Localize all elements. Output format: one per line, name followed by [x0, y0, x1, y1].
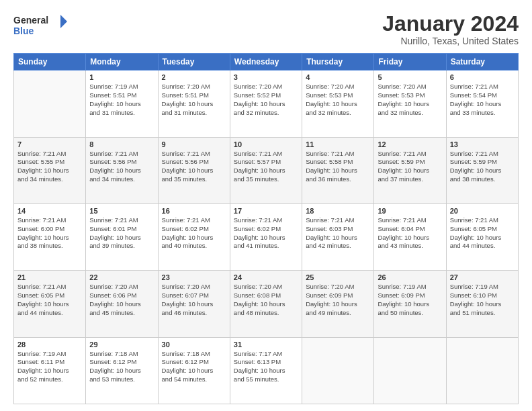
calendar-day-empty — [14, 71, 86, 137]
main-title: January 2024 — [382, 12, 519, 36]
calendar-day-13: 13Sunrise: 7:21 AMSunset: 5:59 PMDayligh… — [446, 137, 518, 203]
calendar-day-12: 12Sunrise: 7:21 AMSunset: 5:59 PMDayligh… — [374, 137, 446, 203]
weekday-header-tuesday: Tuesday — [158, 54, 230, 71]
day-number: 10 — [234, 140, 298, 148]
day-info: Sunrise: 7:21 AMSunset: 5:55 PMDaylight:… — [17, 150, 82, 184]
day-info: Sunrise: 7:20 AMSunset: 6:09 PMDaylight:… — [306, 283, 370, 317]
page: General Blue January 2024 Nurillo, Texas… — [0, 0, 532, 411]
day-info: Sunrise: 7:19 AMSunset: 6:10 PMDaylight:… — [450, 283, 515, 317]
day-number: 21 — [17, 273, 82, 281]
day-number: 17 — [234, 207, 298, 215]
day-number: 7 — [17, 140, 82, 148]
header: General Blue January 2024 Nurillo, Texas… — [13, 12, 519, 46]
day-info: Sunrise: 7:21 AMSunset: 5:57 PMDaylight:… — [234, 150, 298, 184]
calendar-day-26: 26Sunrise: 7:19 AMSunset: 6:09 PMDayligh… — [374, 271, 446, 337]
calendar-day-6: 6Sunrise: 7:21 AMSunset: 5:54 PMDaylight… — [446, 71, 518, 137]
day-number: 29 — [89, 340, 154, 349]
day-number: 24 — [234, 273, 298, 281]
day-info: Sunrise: 7:19 AMSunset: 5:51 PMDaylight:… — [89, 83, 154, 117]
day-number: 27 — [450, 273, 515, 281]
day-info: Sunrise: 7:21 AMSunset: 6:05 PMDaylight:… — [17, 283, 82, 317]
day-number: 20 — [450, 207, 515, 215]
day-number: 16 — [162, 207, 226, 215]
calendar-day-8: 8Sunrise: 7:21 AMSunset: 5:56 PMDaylight… — [86, 137, 158, 203]
weekday-header-wednesday: Wednesday — [230, 54, 302, 71]
calendar-day-5: 5Sunrise: 7:20 AMSunset: 5:53 PMDaylight… — [374, 71, 446, 137]
day-info: Sunrise: 7:21 AMSunset: 6:00 PMDaylight:… — [17, 216, 82, 250]
calendar-day-empty — [446, 337, 518, 404]
svg-text:General: General — [13, 15, 48, 26]
day-info: Sunrise: 7:21 AMSunset: 5:54 PMDaylight:… — [450, 83, 515, 117]
day-info: Sunrise: 7:18 AMSunset: 6:12 PMDaylight:… — [89, 350, 154, 384]
weekday-header-row: SundayMondayTuesdayWednesdayThursdayFrid… — [14, 54, 519, 71]
calendar-day-empty — [374, 337, 446, 404]
day-number: 13 — [450, 140, 515, 148]
day-number: 4 — [306, 73, 370, 81]
logo-svg: General Blue — [13, 12, 67, 39]
calendar-day-1: 1Sunrise: 7:19 AMSunset: 5:51 PMDaylight… — [86, 71, 158, 137]
day-number: 1 — [89, 73, 154, 81]
day-number: 25 — [306, 273, 370, 281]
weekday-header-thursday: Thursday — [302, 54, 374, 71]
calendar-day-27: 27Sunrise: 7:19 AMSunset: 6:10 PMDayligh… — [446, 271, 518, 337]
day-number: 6 — [450, 73, 515, 81]
day-number: 15 — [89, 207, 154, 215]
day-number: 14 — [17, 207, 82, 215]
calendar-day-30: 30Sunrise: 7:18 AMSunset: 6:12 PMDayligh… — [158, 337, 230, 404]
calendar-day-31: 31Sunrise: 7:17 AMSunset: 6:13 PMDayligh… — [230, 337, 302, 404]
day-info: Sunrise: 7:21 AMSunset: 6:05 PMDaylight:… — [450, 216, 515, 250]
day-info: Sunrise: 7:21 AMSunset: 5:59 PMDaylight:… — [450, 150, 515, 184]
day-info: Sunrise: 7:21 AMSunset: 6:04 PMDaylight:… — [378, 216, 442, 250]
weekday-header-saturday: Saturday — [446, 54, 518, 71]
day-info: Sunrise: 7:21 AMSunset: 5:56 PMDaylight:… — [89, 150, 154, 184]
day-info: Sunrise: 7:21 AMSunset: 6:03 PMDaylight:… — [306, 216, 370, 250]
calendar-day-24: 24Sunrise: 7:20 AMSunset: 6:08 PMDayligh… — [230, 271, 302, 337]
calendar-week-row: 28Sunrise: 7:19 AMSunset: 6:11 PMDayligh… — [14, 337, 519, 404]
calendar-day-18: 18Sunrise: 7:21 AMSunset: 6:03 PMDayligh… — [302, 203, 374, 270]
calendar-day-15: 15Sunrise: 7:21 AMSunset: 6:01 PMDayligh… — [86, 203, 158, 270]
day-number: 8 — [89, 140, 154, 148]
day-info: Sunrise: 7:19 AMSunset: 6:11 PMDaylight:… — [17, 350, 82, 384]
calendar-day-2: 2Sunrise: 7:20 AMSunset: 5:51 PMDaylight… — [158, 71, 230, 137]
calendar-week-row: 21Sunrise: 7:21 AMSunset: 6:05 PMDayligh… — [14, 271, 519, 337]
calendar-day-29: 29Sunrise: 7:18 AMSunset: 6:12 PMDayligh… — [86, 337, 158, 404]
day-info: Sunrise: 7:20 AMSunset: 5:51 PMDaylight:… — [162, 83, 226, 117]
calendar-day-4: 4Sunrise: 7:20 AMSunset: 5:53 PMDaylight… — [302, 71, 374, 137]
calendar-day-3: 3Sunrise: 7:20 AMSunset: 5:52 PMDaylight… — [230, 71, 302, 137]
calendar-day-23: 23Sunrise: 7:20 AMSunset: 6:07 PMDayligh… — [158, 271, 230, 337]
svg-text:Blue: Blue — [13, 26, 34, 36]
day-info: Sunrise: 7:21 AMSunset: 5:58 PMDaylight:… — [306, 150, 370, 184]
logo: General Blue — [13, 12, 67, 39]
calendar-day-11: 11Sunrise: 7:21 AMSunset: 5:58 PMDayligh… — [302, 137, 374, 203]
day-info: Sunrise: 7:21 AMSunset: 5:59 PMDaylight:… — [378, 150, 442, 184]
calendar-week-row: 1Sunrise: 7:19 AMSunset: 5:51 PMDaylight… — [14, 71, 519, 137]
calendar-day-20: 20Sunrise: 7:21 AMSunset: 6:05 PMDayligh… — [446, 203, 518, 270]
day-info: Sunrise: 7:21 AMSunset: 6:01 PMDaylight:… — [89, 216, 154, 250]
calendar-day-19: 19Sunrise: 7:21 AMSunset: 6:04 PMDayligh… — [374, 203, 446, 270]
day-info: Sunrise: 7:17 AMSunset: 6:13 PMDaylight:… — [234, 350, 298, 384]
calendar-week-row: 14Sunrise: 7:21 AMSunset: 6:00 PMDayligh… — [14, 203, 519, 270]
day-info: Sunrise: 7:20 AMSunset: 5:52 PMDaylight:… — [234, 83, 298, 117]
calendar-day-14: 14Sunrise: 7:21 AMSunset: 6:00 PMDayligh… — [14, 203, 86, 270]
day-info: Sunrise: 7:20 AMSunset: 6:07 PMDaylight:… — [162, 283, 226, 317]
subtitle: Nurillo, Texas, United States — [382, 36, 519, 46]
day-info: Sunrise: 7:21 AMSunset: 6:02 PMDaylight:… — [162, 216, 226, 250]
calendar-day-10: 10Sunrise: 7:21 AMSunset: 5:57 PMDayligh… — [230, 137, 302, 203]
day-info: Sunrise: 7:20 AMSunset: 5:53 PMDaylight:… — [306, 83, 370, 117]
day-number: 11 — [306, 140, 370, 148]
calendar-table: SundayMondayTuesdayWednesdayThursdayFrid… — [13, 53, 519, 404]
calendar-day-9: 9Sunrise: 7:21 AMSunset: 5:56 PMDaylight… — [158, 137, 230, 203]
svg-marker-2 — [60, 15, 67, 28]
day-number: 30 — [162, 340, 226, 349]
weekday-header-sunday: Sunday — [14, 54, 86, 71]
calendar-day-7: 7Sunrise: 7:21 AMSunset: 5:55 PMDaylight… — [14, 137, 86, 203]
day-info: Sunrise: 7:20 AMSunset: 6:06 PMDaylight:… — [89, 283, 154, 317]
day-number: 31 — [234, 340, 298, 349]
day-number: 26 — [378, 273, 442, 281]
day-number: 28 — [17, 340, 82, 349]
day-number: 18 — [306, 207, 370, 215]
weekday-header-friday: Friday — [374, 54, 446, 71]
calendar-day-28: 28Sunrise: 7:19 AMSunset: 6:11 PMDayligh… — [14, 337, 86, 404]
weekday-header-monday: Monday — [86, 54, 158, 71]
day-number: 22 — [89, 273, 154, 281]
